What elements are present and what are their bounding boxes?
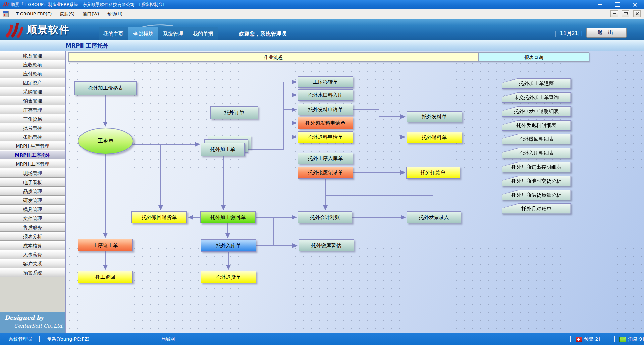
sidebar-item-13[interactable]: 现场管理 <box>0 168 65 178</box>
sidebar-item-15[interactable]: 品质管理 <box>0 187 65 196</box>
flow-edge-10 <box>353 117 379 123</box>
flow-node-process-warehouse-in-note[interactable]: 托外工序入库单 <box>298 153 353 164</box>
app-logo-icon <box>3 1 9 8</box>
sidebar-item-22[interactable]: 人事薪资 <box>0 250 65 259</box>
report-button-7[interactable]: 托外厂商准时交货分析 <box>502 176 571 186</box>
flow-node-work-order[interactable]: 工令单 <box>78 128 133 154</box>
flow-node-material-issue-request[interactable]: 托外发料申请单 <box>298 104 353 115</box>
menu-item-3[interactable]: 帮助(H) <box>103 9 127 19</box>
sidebar-item-18[interactable]: 文件管理 <box>0 214 65 223</box>
flow-node-deduction-note[interactable]: 托外扣款单 <box>406 167 460 179</box>
mdi-child-icon <box>3 11 9 17</box>
tab-2[interactable]: 系统管理 <box>158 27 188 40</box>
sidebar-item-8[interactable]: 批号管控 <box>0 123 65 132</box>
sidebar-item-3[interactable]: 固定资产 <box>0 78 65 87</box>
flow-node-outsourcing-order[interactable]: 托外订单 <box>210 106 258 119</box>
mdi-close-button[interactable] <box>633 10 641 17</box>
flow-node-material-return-request[interactable]: 托外退料申请单 <box>298 131 353 143</box>
flow-node-outsourcing-price-list[interactable]: 托外加工价格表 <box>74 81 137 95</box>
flow-node-material-return-note[interactable]: 托外退料单 <box>407 132 462 143</box>
sidebar-item-5[interactable]: 销售管理 <box>0 96 65 105</box>
sidebar-item-2[interactable]: 应付款项 <box>0 69 65 78</box>
maximize-button[interactable] <box>613 1 622 8</box>
report-button-4[interactable]: 托外缴回明细表 <box>502 134 571 144</box>
flow-node-material-issue-note[interactable]: 托外发料单 <box>407 111 462 122</box>
report-button-border-9: 托外月对账单 <box>502 203 571 214</box>
close-button[interactable] <box>631 1 639 8</box>
status-separator <box>570 336 571 342</box>
report-button-6[interactable]: 托外厂商进出存明细表 <box>502 162 571 172</box>
messages-status[interactable]: 消息[9] <box>619 333 644 345</box>
menu-item-0[interactable]: T-GROUP ERP(E) <box>12 9 56 19</box>
date-display: | 11月21日 <box>555 30 583 37</box>
sidebar-item-21[interactable]: 成本核算 <box>0 241 65 250</box>
window-titlebar: 顺景『T-GROUP』制造业ERP系统 - 东莞顺景软件科技有限公司 - [系统… <box>0 0 644 9</box>
report-button-0[interactable]: 托外加工单追踪 <box>502 78 571 89</box>
sidebar-item-14[interactable]: 电子看板 <box>0 178 65 187</box>
flow-node-invoice-entry[interactable]: 托外发票录入 <box>407 211 461 223</box>
sidebar-item-19[interactable]: 售后服务 <box>0 223 65 232</box>
flow-node-outsourcing-process-order[interactable]: 托外加工单 <box>201 143 245 156</box>
sidebar-item-16[interactable]: 研发管理 <box>0 196 65 205</box>
flow-node-process-rework-note[interactable]: 工序返工单 <box>78 239 133 251</box>
flow-node-sprue-material-warehouse-in[interactable]: 托外水口料入库 <box>298 89 353 101</box>
menu-item-1[interactable]: 皮肤(S) <box>56 9 78 19</box>
date-separator: | <box>555 31 557 37</box>
sidebar-item-7[interactable]: 三角贸易 <box>0 114 65 123</box>
window-title: 顺景『T-GROUP』制造业ERP系统 - 东莞顺景软件科技有限公司 - [系统… <box>11 2 164 8</box>
status-separator <box>39 336 40 342</box>
tab-3[interactable]: 我的单据 <box>188 27 218 40</box>
sidebar-item-20[interactable]: 报表分析 <box>0 232 65 241</box>
report-button-2[interactable]: 托外申发申退明细表 <box>502 106 571 117</box>
mdi-controls <box>610 10 641 17</box>
report-button-1[interactable]: 未交托外加工单查询 <box>502 92 571 103</box>
sidebar-item-23[interactable]: 客户关系 <box>0 259 65 268</box>
sidebar-item-12[interactable]: MRPII 工序管理 <box>0 159 65 168</box>
sidebar-item-1[interactable]: 应收款项 <box>0 60 65 69</box>
status-user: 系统管理员 <box>9 333 32 345</box>
sidebar-item-24[interactable]: 预警系统 <box>0 268 65 277</box>
report-button-label-0: 托外加工单追踪 <box>502 79 571 88</box>
flow-node-return-goods-note[interactable]: 托外退货单 <box>201 271 256 283</box>
report-button-border-5: 托外入库明细表 <box>502 148 571 158</box>
sidebar-item-9[interactable]: 条码管控 <box>0 132 65 141</box>
page-title-bar: MRPⅡ 工序托外 <box>0 40 644 51</box>
flow-node-over-issue-request[interactable]: 托外超发料申请单 <box>298 117 353 129</box>
report-button-9[interactable]: 托外月对账单 <box>502 203 571 214</box>
brand-logo-text: 顺景软件 <box>27 23 70 37</box>
sidebar-item-6[interactable]: 库存管理 <box>0 105 65 114</box>
menu-item-2[interactable]: 窗口(W) <box>79 9 103 19</box>
status-separator <box>189 336 189 342</box>
report-button-3[interactable]: 托外发退料明细表 <box>502 120 571 131</box>
flow-node-delivery-return-note[interactable]: 托外缴回退货单 <box>131 211 187 223</box>
status-separator <box>642 336 642 342</box>
sidebar-item-0[interactable]: 账务管理 <box>0 51 65 60</box>
flow-node-outsourcing-work-return[interactable]: 托工退回 <box>78 271 133 283</box>
flow-node-scrap-record-note[interactable]: 托外报废记录单 <box>298 167 353 179</box>
flow-edge-14 <box>326 179 433 195</box>
report-button-border-4: 托外缴回明细表 <box>502 134 571 144</box>
flow-node-process-transfer-order[interactable]: 工序移转单 <box>298 76 353 88</box>
report-button-5[interactable]: 托外入库明细表 <box>502 148 571 158</box>
current-date: 11月21日 <box>560 30 583 37</box>
flow-node-warehouse-in-note[interactable]: 托外入库单 <box>201 239 256 252</box>
alerts-status[interactable]: 预警[2] <box>576 333 600 345</box>
flow-node-accounting-reconciliation[interactable]: 托外会计对账 <box>298 211 352 223</box>
sidebar-item-11[interactable]: MRPⅡ 工序托外 <box>0 150 65 159</box>
mdi-restore-button[interactable] <box>622 10 629 17</box>
flow-node-warehouse-estimate[interactable]: 托外缴库暂估 <box>299 239 354 251</box>
sidebar-item-17[interactable]: 模具管理 <box>0 205 65 214</box>
tab-0[interactable]: 我的主页 <box>99 27 128 40</box>
exit-button[interactable]: 退 出 <box>586 28 627 38</box>
report-button-label-9: 托外月对账单 <box>502 204 571 214</box>
mdi-minimize-button[interactable] <box>610 10 618 17</box>
brand-logo: 顺景软件 <box>3 21 70 39</box>
sidebar-item-4[interactable]: 采购管理 <box>0 87 65 96</box>
tab-1[interactable]: 全部模块 <box>128 27 158 40</box>
report-button-border-1: 未交托外加工单查询 <box>502 92 571 103</box>
flow-edge-9 <box>353 110 405 117</box>
report-button-8[interactable]: 托外厂商供货质量分析 <box>502 190 571 200</box>
flow-node-process-delivery-note[interactable]: 托外加工缴回单 <box>200 211 256 223</box>
minimize-button[interactable] <box>596 1 604 8</box>
sidebar-item-10[interactable]: MRPII 生产管理 <box>0 141 65 150</box>
